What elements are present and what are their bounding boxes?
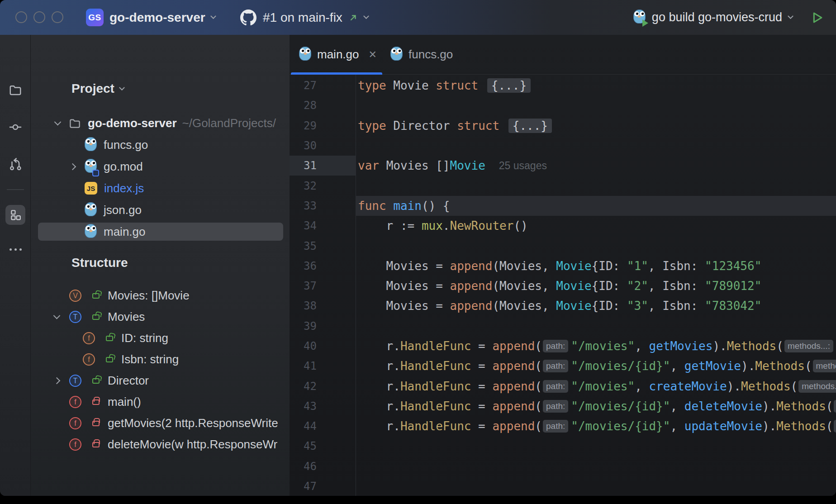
structure-tool-button[interactable] xyxy=(5,205,25,225)
code-line-content[interactable]: Movies = append(Movies, Movie{ID: "3", I… xyxy=(356,296,836,316)
code-line-content[interactable]: type Movie struct {...} xyxy=(356,76,836,95)
usages-hint[interactable]: 25 usages xyxy=(499,160,547,172)
folded-region[interactable]: {...} xyxy=(487,78,531,93)
code-line-content[interactable]: Movies = append(Movies, Movie{ID: "2", I… xyxy=(356,276,836,296)
tree-item-go.mod[interactable]: go.mod xyxy=(31,156,290,177)
line-number[interactable]: 46 xyxy=(290,460,356,473)
more-tool-windows-button[interactable] xyxy=(0,237,31,262)
code-line-content[interactable]: Movies = append(Movies, Movie{ID: "1", I… xyxy=(356,256,836,276)
code-line-43: 43 r.HandleFunc = append(path:"/movies/{… xyxy=(290,396,836,416)
tab-funcs.go[interactable]: funcs.go xyxy=(382,35,461,74)
code-line-content[interactable] xyxy=(356,476,836,496)
tab-main.go[interactable]: main.go✕ xyxy=(291,35,382,74)
code-line-content[interactable] xyxy=(356,436,836,456)
code-area[interactable]: 27type Movie struct {...}2829type Direct… xyxy=(290,75,836,496)
code-token: append xyxy=(492,359,535,373)
close-icon[interactable]: ✕ xyxy=(369,49,377,61)
structure-item-deletemovie-w-http-responsewr[interactable]: fdeleteMovie(w http.ResponseWr xyxy=(31,434,290,455)
line-number[interactable]: 36 xyxy=(290,260,356,272)
line-number[interactable]: 30 xyxy=(290,139,356,152)
line-number[interactable]: 27 xyxy=(290,79,356,92)
structure-item-getmovies-2-http-responsewrite[interactable]: fgetMovies(2 http.ResponseWrite xyxy=(31,413,290,434)
line-number[interactable]: 40 xyxy=(290,340,356,352)
code-line-content[interactable]: r.HandleFunc = append(path:"/movies/{id}… xyxy=(356,356,836,376)
line-number[interactable]: 47 xyxy=(290,480,356,493)
project-panel-header[interactable]: Project xyxy=(71,81,124,96)
code-line-content[interactable]: r := mux.NewRouter() xyxy=(356,216,836,236)
structure-item-movies-movie[interactable]: VMovies: []Movie xyxy=(31,285,290,306)
line-number[interactable]: 32 xyxy=(290,180,356,192)
line-number[interactable]: 33 xyxy=(290,200,356,212)
tree-item-main.go[interactable]: main.go xyxy=(31,221,290,242)
code-token: "3" xyxy=(627,299,648,313)
chevron-down-icon[interactable] xyxy=(54,118,62,125)
maximize-window-icon[interactable] xyxy=(52,11,63,23)
chevron-right-icon[interactable] xyxy=(69,163,76,170)
close-window-icon[interactable] xyxy=(15,11,27,23)
code-line-content[interactable] xyxy=(356,456,836,476)
structure-item-main-[interactable]: fmain() xyxy=(31,391,290,413)
structure-item-isbn-string[interactable]: fIsbn: string xyxy=(31,349,290,370)
pull-requests-tool-button[interactable] xyxy=(0,152,31,177)
line-number[interactable]: 43 xyxy=(290,400,356,413)
structure-item-movies[interactable]: TMovies xyxy=(31,306,290,328)
project-tool-button[interactable] xyxy=(0,77,31,103)
code-line-content[interactable]: func main() { xyxy=(356,196,836,216)
code-token: (Movies, xyxy=(492,259,556,273)
code-line-47: 47 xyxy=(290,476,836,496)
line-number[interactable]: 39 xyxy=(290,320,356,333)
line-number[interactable]: 28 xyxy=(290,99,356,112)
tree-item-json.go[interactable]: json.go xyxy=(31,199,290,221)
line-number[interactable]: 34 xyxy=(290,219,356,232)
run-config-name[interactable]: go build go-movies-crud xyxy=(652,10,782,24)
code-line-content[interactable]: type Director struct {...} xyxy=(356,116,836,136)
code-token: r. xyxy=(358,399,400,413)
code-line-content[interactable] xyxy=(356,136,836,156)
code-token: ( xyxy=(535,419,542,433)
code-line-content[interactable] xyxy=(356,316,836,336)
code-token: Movies = xyxy=(358,259,450,273)
line-number[interactable]: 31 xyxy=(290,156,356,176)
go-file-icon xyxy=(85,137,97,153)
line-number[interactable]: 37 xyxy=(290,280,356,292)
code-line-content[interactable]: var Movies []Movie25 usages xyxy=(356,156,836,176)
chevron-right-icon[interactable] xyxy=(53,377,61,385)
code-line-content[interactable] xyxy=(356,236,836,256)
code-token: "789012" xyxy=(705,279,761,293)
code-token: HandleFunc xyxy=(400,399,471,413)
code-line-content[interactable] xyxy=(356,176,836,195)
code-line-content[interactable] xyxy=(356,95,836,115)
minimize-window-icon[interactable] xyxy=(33,11,45,23)
code-line-content[interactable]: r.HandleFunc = append(path:"/movies/{id}… xyxy=(356,396,836,416)
vcs-widget[interactable]: #1 on main-fix xyxy=(240,0,368,35)
folded-region[interactable]: {...} xyxy=(508,119,552,133)
code-line-content[interactable]: r.HandleFunc = append(path:"/movies", ge… xyxy=(356,336,836,356)
code-token: append xyxy=(492,419,535,433)
code-token: ( xyxy=(826,399,833,413)
project-widget[interactable]: GS go-demo-server xyxy=(86,0,215,35)
tool-strip-divider xyxy=(7,189,24,190)
line-number[interactable]: 29 xyxy=(290,119,356,132)
code-line-45: 45 xyxy=(290,436,836,456)
go-file-icon xyxy=(390,47,403,62)
line-number[interactable]: 42 xyxy=(290,380,356,393)
code-token: ( xyxy=(535,359,542,373)
chevron-down-icon[interactable] xyxy=(53,312,61,319)
tree-item-go-demo-server[interactable]: go-demo-server~/GolandProjects/ xyxy=(31,112,290,134)
code-token: "/movies" xyxy=(571,380,635,393)
code-line-content[interactable]: r.HandleFunc = append(path:"/movies", cr… xyxy=(356,376,836,396)
line-number[interactable]: 38 xyxy=(290,300,356,312)
tree-item-index.js[interactable]: JSindex.js xyxy=(31,177,290,199)
run-button[interactable] xyxy=(810,10,824,25)
commit-tool-button[interactable] xyxy=(0,114,31,140)
line-number[interactable]: 44 xyxy=(290,420,356,433)
line-number[interactable]: 45 xyxy=(290,440,356,452)
line-number[interactable]: 35 xyxy=(290,240,356,252)
code-line-content[interactable]: r.HandleFunc = append(path:"/movies/{id}… xyxy=(356,416,836,436)
structure-item-director[interactable]: TDirector xyxy=(31,370,290,391)
line-number[interactable]: 41 xyxy=(290,360,356,372)
code-token: getMovies xyxy=(649,339,712,353)
code-token: r. xyxy=(358,359,400,373)
tree-item-funcs.go[interactable]: funcs.go xyxy=(31,134,290,156)
structure-item-id-string[interactable]: fID: string xyxy=(31,328,290,349)
